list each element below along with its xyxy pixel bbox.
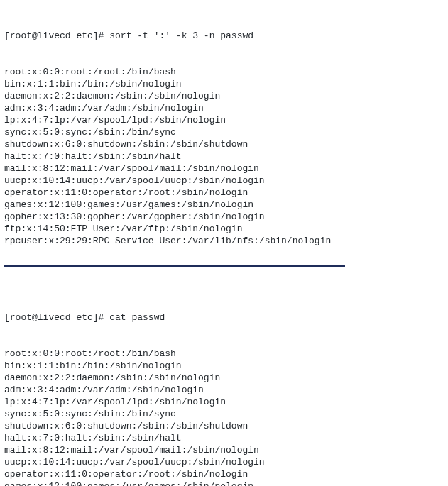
output-line: adm:x:3:4:adm:/var/adm:/sbin/nologin [4, 384, 444, 396]
output-line: mail:x:8:12:mail:/var/spool/mail:/sbin/n… [4, 162, 444, 175]
output-line: lp:x:4:7:lp:/var/spool/lpd:/sbin/nologin [4, 114, 444, 126]
output-line: halt:x:7:0:halt:/sbin:/sbin/halt [4, 432, 444, 444]
output-line: halt:x:7:0:halt:/sbin:/sbin/halt [4, 150, 444, 162]
output-line: uucp:x:10:14:uucp:/var/spool/uucp:/sbin/… [4, 175, 444, 187]
prompt-line: [root@livecd etc]# cat passwd [4, 311, 444, 324]
output-line: operator:x:11:0:operator:/root:/sbin/nol… [4, 468, 444, 480]
output-line: lp:x:4:7:lp:/var/spool/lpd:/sbin/nologin [4, 396, 444, 408]
output-line: daemon:x:2:2:daemon:/sbin:/sbin/nologin [4, 90, 444, 102]
output-lines: root:x:0:0:root:/root:/bin/bashbin:x:1:1… [4, 66, 444, 247]
output-line: adm:x:3:4:adm:/var/adm:/sbin/nologin [4, 102, 444, 114]
output-line: bin:x:1:1:bin:/bin:/sbin/nologin [4, 360, 444, 372]
output-line: games:x:12:100:games:/usr/games:/sbin/no… [4, 480, 444, 486]
output-line: ftp:x:14:50:FTP User:/var/ftp:/sbin/nolo… [4, 223, 444, 235]
output-line: games:x:12:100:games:/usr/games:/sbin/no… [4, 199, 444, 211]
output-lines: root:x:0:0:root:/root:/bin/bashbin:x:1:1… [4, 348, 444, 486]
output-line: mail:x:8:12:mail:/var/spool/mail:/sbin/n… [4, 444, 444, 456]
output-line: uucp:x:10:14:uucp:/var/spool/uucp:/sbin/… [4, 456, 444, 468]
output-line: rpcuser:x:29:29:RPC Service User:/var/li… [4, 235, 444, 247]
output-line: sync:x:5:0:sync:/sbin:/bin/sync [4, 126, 444, 138]
terminal-bottom: [root@livecd etc]# cat passwd root:x:0:0… [4, 287, 444, 486]
output-line: root:x:0:0:root:/root:/bin/bash [4, 66, 444, 78]
prompt-line: [root@livecd etc]# sort -t ':' -k 3 -n p… [4, 30, 444, 42]
output-line: root:x:0:0:root:/root:/bin/bash [4, 348, 444, 360]
output-line: operator:x:11:0:operator:/root:/sbin/nol… [4, 187, 444, 199]
output-line: daemon:x:2:2:daemon:/sbin:/sbin/nologin [4, 372, 444, 384]
output-line: shutdown:x:6:0:shutdown:/sbin:/sbin/shut… [4, 420, 444, 432]
output-line: gopher:x:13:30:gopher:/var/gopher:/sbin/… [4, 211, 444, 223]
terminal-top: [root@livecd etc]# sort -t ':' -k 3 -n p… [4, 6, 444, 259]
output-line: shutdown:x:6:0:shutdown:/sbin:/sbin/shut… [4, 138, 444, 150]
section-divider [4, 265, 345, 267]
output-line: sync:x:5:0:sync:/sbin:/bin/sync [4, 408, 444, 420]
output-line: bin:x:1:1:bin:/bin:/sbin/nologin [4, 78, 444, 90]
